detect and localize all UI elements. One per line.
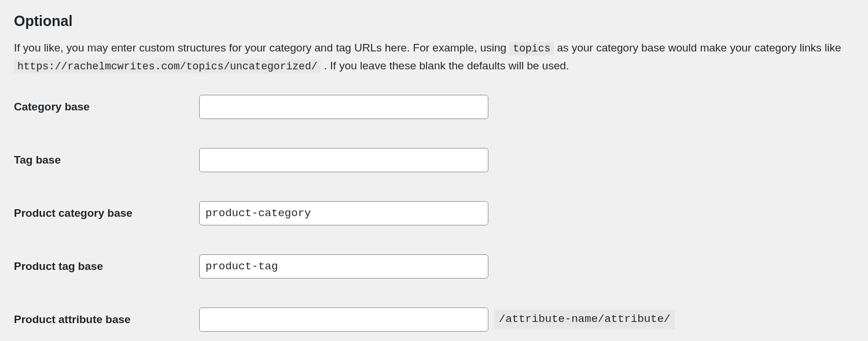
- input-product-category-base[interactable]: [199, 201, 488, 225]
- row-product-tag-base: Product tag base: [14, 254, 854, 279]
- input-tag-base[interactable]: [199, 148, 488, 172]
- row-product-attribute-base: Product attribute base /attribute-name/a…: [14, 307, 854, 332]
- suffix-product-attribute-base: /attribute-name/attribute/: [494, 310, 675, 329]
- field-product-category-base: [199, 201, 488, 225]
- optional-form-table: Category base Tag base Product category …: [14, 95, 854, 332]
- desc-code-url: https://rachelmcwrites.com/topics/uncate…: [14, 60, 321, 73]
- field-product-attribute-base: /attribute-name/attribute/: [199, 307, 675, 332]
- field-product-tag-base: [199, 254, 488, 279]
- row-product-category-base: Product category base: [14, 201, 854, 225]
- input-product-attribute-base[interactable]: [199, 307, 488, 332]
- desc-text-3: . If you leave these blank the defaults …: [324, 60, 569, 72]
- field-category-base: [199, 95, 488, 119]
- row-tag-base: Tag base: [14, 148, 854, 172]
- desc-text-1: If you like, you may enter custom struct…: [14, 42, 509, 54]
- row-category-base: Category base: [14, 95, 854, 119]
- input-product-tag-base[interactable]: [199, 254, 488, 279]
- label-product-tag-base: Product tag base: [14, 258, 199, 275]
- desc-text-2: as your category base would make your ca…: [557, 42, 841, 54]
- desc-code-topics: topics: [509, 42, 554, 55]
- section-heading: Optional: [14, 10, 854, 31]
- input-category-base[interactable]: [199, 95, 488, 119]
- section-description: If you like, you may enter custom struct…: [14, 39, 854, 75]
- label-product-category-base: Product category base: [14, 205, 199, 221]
- label-product-attribute-base: Product attribute base: [14, 312, 199, 328]
- label-category-base: Category base: [14, 99, 199, 115]
- label-tag-base: Tag base: [14, 152, 199, 168]
- field-tag-base: [199, 148, 488, 172]
